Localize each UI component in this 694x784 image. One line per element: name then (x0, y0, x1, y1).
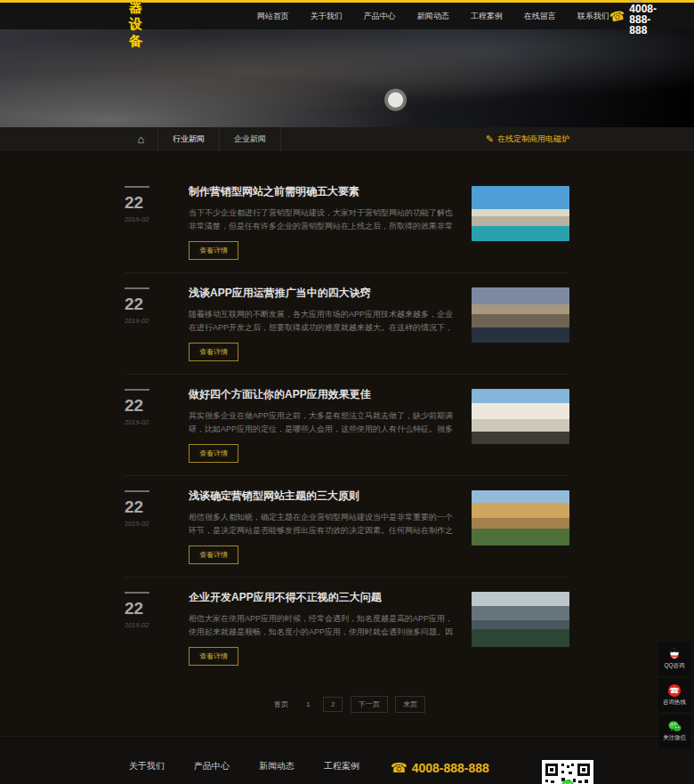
footer-contact: ☎ 4008-888-888 手机：13588888888 QQ：1234567… (391, 760, 529, 784)
tab-industry-news[interactable]: 行业新闻 (158, 127, 220, 152)
hotline-button[interactable]: ☎ 咨询热线 (658, 678, 690, 712)
view-details-button[interactable]: 查看详情 (189, 444, 238, 463)
site-header: 电器设备 网站首页 关于我们 产品中心 新闻动态 工程案例 在线留言 联系我们 … (0, 3, 694, 29)
edit-form-icon: ✎ (486, 133, 494, 145)
site-logo[interactable]: 电器设备 (129, 0, 157, 50)
news-thumbnail-mansion[interactable] (472, 287, 569, 343)
date-divider (125, 186, 149, 188)
footer-col-cases: 工程案例 案例一类 案例二类 案例三类 案例四类 (324, 760, 389, 784)
view-details-button[interactable]: 查看详情 (189, 343, 238, 361)
footer: 关于我们 公司简介 企业文化 产品中心 电磁大炒炉 电磁煲汤炉 电磁小炒炉 电磁… (0, 736, 694, 784)
wechat-qr-code (542, 760, 593, 784)
phone-number: 4008-888-888 (629, 4, 657, 36)
view-details-button[interactable]: 查看详情 (189, 546, 238, 564)
news-title[interactable]: 做好四个方面让你的APP应用效果更佳 (189, 387, 454, 402)
footer-col-news: 新闻动态 行业新闻 企业新闻 (259, 760, 324, 784)
wechat-icon (668, 721, 682, 732)
custom-order-link[interactable]: ✎ 在线定制商用电磁炉 (486, 133, 569, 145)
view-details-button[interactable]: 查看详情 (189, 241, 238, 260)
footer-hotline: 4008-888-888 (412, 761, 489, 775)
news-date: 22 2019-02 (125, 387, 174, 463)
floating-contact-bar: QQ咨询 ☎ 咨询热线 关注微信 (658, 642, 690, 751)
footer-col-products: 产品中心 电磁大炒炉 电磁煲汤炉 电磁小炒炉 电磁台式炉 电磁组合炉 电磁煲仔炉 (194, 760, 259, 784)
breadcrumb-home[interactable]: ⌂ (125, 127, 158, 152)
news-thumbnail-villa-pool[interactable] (472, 186, 569, 241)
main-content: 22 2019-02 制作营销型网站之前需明确五大要素 当下不少企业都进行了营销… (0, 152, 694, 736)
telephone-icon: ☎ (391, 760, 408, 776)
main-nav: 网站首页 关于我们 产品中心 新闻动态 工程案例 在线留言 联系我们 (257, 11, 609, 22)
date-divider (125, 389, 149, 391)
tab-company-news[interactable]: 企业新闻 (220, 127, 281, 152)
phone-icon: ☎ (608, 7, 625, 24)
date-divider (125, 287, 149, 289)
footer-col-about: 关于我们 公司简介 企业文化 (129, 760, 194, 784)
news-item: 22 2019-02 做好四个方面让你的APP应用效果更佳 其实很多企业在做AP… (125, 375, 569, 476)
date-divider (125, 490, 149, 492)
pagination-first[interactable]: 首页 (269, 697, 294, 712)
pagination-next[interactable]: 下一页 (351, 696, 388, 713)
news-item: 22 2019-02 浅谈APP应用运营推广当中的四大诀窍 随着移动互联网的不断… (125, 273, 569, 375)
news-title[interactable]: 制作营销型网站之前需明确五大要素 (189, 184, 454, 199)
news-item: 22 2019-02 企业开发APP应用不得不正视的三大问题 相信大家在使用AP… (125, 578, 569, 678)
wechat-follow-button[interactable]: 关注微信 (658, 715, 690, 748)
header-phone: ☎ 电话 4008-888-888 (609, 0, 657, 36)
nav-item-contact[interactable]: 联系我们 (577, 11, 609, 22)
pagination-page-2[interactable]: 2 (323, 697, 343, 712)
home-icon: ⌂ (138, 133, 145, 146)
nav-item-message[interactable]: 在线留言 (524, 11, 556, 22)
news-item: 22 2019-02 浅谈确定营销型网站主题的三大原则 相信很多人都知晓，确定主… (125, 476, 569, 578)
news-list: 22 2019-02 制作营销型网站之前需明确五大要素 当下不少企业都进行了营销… (125, 152, 569, 678)
nav-item-news[interactable]: 新闻动态 (417, 11, 449, 22)
date-divider (125, 592, 149, 594)
news-title[interactable]: 企业开发APP应用不得不正视的三大问题 (189, 590, 454, 605)
news-thumbnail-tan-house[interactable] (472, 490, 569, 546)
news-item: 22 2019-02 制作营销型网站之前需明确五大要素 当下不少企业都进行了营销… (125, 172, 569, 273)
news-excerpt: 相信大家在使用APP应用的时候，经常会遇到，知名度越是高的APP应用，使用起来就… (189, 612, 454, 639)
news-title[interactable]: 浅谈确定营销型网站主题的三大原则 (189, 489, 454, 504)
news-title[interactable]: 浅谈APP应用运营推广当中的四大诀窍 (189, 286, 454, 301)
pagination-last[interactable]: 末页 (395, 696, 425, 713)
pagination: 首页 1 2 下一页 末页 (0, 678, 694, 736)
pagination-current-page: 1 (301, 698, 315, 711)
news-date: 22 2019-02 (125, 590, 174, 666)
nav-item-cases[interactable]: 工程案例 (471, 11, 503, 22)
wechat-qr-block: 扫一扫添加微信 (540, 760, 595, 784)
news-thumbnail-cottages[interactable] (472, 389, 569, 444)
news-thumbnail-modern-villa[interactable] (472, 592, 569, 647)
breadcrumb-bar: ⌂ 行业新闻 企业新闻 ✎ 在线定制商用电磁炉 (0, 127, 694, 152)
news-date: 22 2019-02 (125, 184, 174, 260)
news-date: 22 2019-02 (125, 286, 174, 361)
view-details-button[interactable]: 查看详情 (189, 647, 238, 666)
red-phone-icon: ☎ (668, 684, 681, 697)
qq-chat-button[interactable]: QQ咨询 (658, 642, 690, 675)
nav-item-about[interactable]: 关于我们 (311, 11, 343, 22)
nav-item-home[interactable]: 网站首页 (257, 11, 289, 22)
news-date: 22 2019-02 (125, 489, 174, 564)
news-excerpt: 当下不少企业都进行了营销型网站建设，大家对于营销型网站的功能了解也非常清楚，但是… (189, 206, 454, 233)
nav-item-products[interactable]: 产品中心 (364, 11, 396, 22)
news-excerpt: 随着移动互联网的不断发展，各大应用市场的APP应用技术越来越多，企业在进行APP… (189, 308, 454, 335)
qq-penguin-icon (668, 648, 681, 660)
news-excerpt: 相信很多人都知晓，确定主题在企业营销型网站建设当中是非常重要的一个环节，是决定网… (189, 511, 454, 537)
news-excerpt: 其实很多企业在做APP应用之前，大多是有想法立马就去做了，缺少前期调研，比如AP… (189, 409, 454, 436)
hero-banner-image (0, 29, 694, 127)
